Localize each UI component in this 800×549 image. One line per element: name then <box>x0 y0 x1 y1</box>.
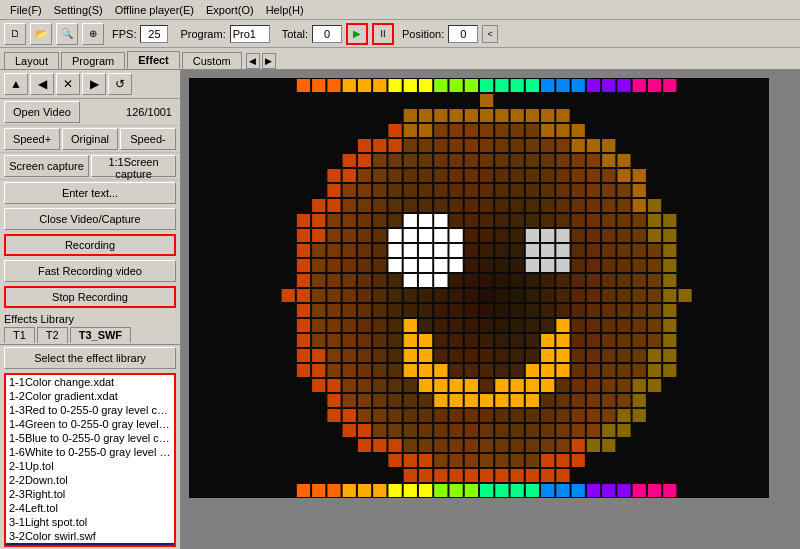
effects-list-item[interactable]: 2-1Up.tol <box>6 459 174 473</box>
tab-layout[interactable]: Layout <box>4 52 59 69</box>
icon-btn-5[interactable]: ↺ <box>108 73 132 95</box>
effects-list-item[interactable]: 1-6White to 0-255-0 gray level chang <box>6 445 174 459</box>
enter-text-button[interactable]: Enter text... <box>4 182 176 204</box>
effects-list-item[interactable]: 2-4Left.tol <box>6 501 174 515</box>
tab-effect[interactable]: Effect <box>127 51 180 69</box>
fps-label: FPS: <box>112 28 136 40</box>
tab-bar: Layout Program Effect Custom ◀ ▶ <box>0 48 800 70</box>
effects-list-item[interactable]: 1-2Color gradient.xdat <box>6 389 174 403</box>
speed-minus-button[interactable]: Speed- <box>120 128 176 150</box>
effects-list-item[interactable]: 3-1Light spot.tol <box>6 515 174 529</box>
icon-row: ▲ ◀ ✕ ▶ ↺ <box>0 70 180 99</box>
open-button[interactable]: 📂 <box>30 23 52 45</box>
effects-list-item[interactable]: 1-3Red to 0-255-0 gray level change. <box>6 403 174 417</box>
effects-list-item[interactable]: 2-3Right.tol <box>6 487 174 501</box>
speed-plus-button[interactable]: Speed+ <box>4 128 60 150</box>
pause-button[interactable]: ⏸ <box>372 23 394 45</box>
icon-btn-4[interactable]: ▶ <box>82 73 106 95</box>
menu-export[interactable]: Export(O) <box>200 3 260 17</box>
close-video-button[interactable]: Close Video/Capture <box>4 208 176 230</box>
menu-bar: File(F) Setting(S) Offline player(E) Exp… <box>0 0 800 20</box>
zoom-button[interactable]: ⊕ <box>82 23 104 45</box>
tab-custom[interactable]: Custom <box>182 52 242 69</box>
effects-tab-t3swf[interactable]: T3_SWF <box>70 327 131 343</box>
effects-tab-t2[interactable]: T2 <box>37 327 68 343</box>
play-button[interactable]: ▶ <box>346 23 368 45</box>
tab-arrow-left[interactable]: ◀ <box>246 53 260 69</box>
open-video-count: 126/1001 <box>122 104 176 120</box>
right-panel <box>181 70 800 549</box>
effects-list-item[interactable]: 3-2Color swirl.swf <box>6 529 174 543</box>
screen-capture-button[interactable]: Screen capture <box>4 155 89 177</box>
fast-recording-button[interactable]: Fast Recording video <box>4 260 176 282</box>
tab-program[interactable]: Program <box>61 52 125 69</box>
effects-library-header: Effects Library <box>0 310 180 326</box>
toolbar: 🗋 📂 🔍 ⊕ FPS: Program: Total: ▶ ⏸ Positio… <box>0 20 800 48</box>
program-label: Program: <box>180 28 225 40</box>
screen-capture-1to1-button[interactable]: 1:1Screen capture <box>91 155 176 177</box>
original-button[interactable]: Original <box>62 128 118 150</box>
icon-btn-2[interactable]: ◀ <box>30 73 54 95</box>
stop-recording-button[interactable]: Stop Recording <box>4 286 176 308</box>
open-video-row: Open Video 126/1001 <box>0 99 180 126</box>
effects-list-item[interactable]: 1-4Green to 0-255-0 gray level chang <box>6 417 174 431</box>
total-input[interactable] <box>312 25 342 43</box>
fps-input[interactable] <box>140 25 168 43</box>
effects-list-item[interactable]: 4-1Planet.swf <box>6 543 174 547</box>
effects-list-item[interactable]: 2-2Down.tol <box>6 473 174 487</box>
recording-button[interactable]: Recording <box>4 234 176 256</box>
effects-list[interactable]: 1-1Color change.xdat1-2Color gradient.xd… <box>4 373 176 547</box>
icon-btn-3[interactable]: ✕ <box>56 73 80 95</box>
left-panel: ▲ ◀ ✕ ▶ ↺ Open Video 126/1001 Speed+ Ori… <box>0 70 181 549</box>
main-layout: ▲ ◀ ✕ ▶ ↺ Open Video 126/1001 Speed+ Ori… <box>0 70 800 549</box>
select-effect-library-button[interactable]: Select the effect library <box>4 347 176 369</box>
effects-tabs: T1 T2 T3_SWF <box>0 326 180 345</box>
open-video-button[interactable]: Open Video <box>4 101 80 123</box>
search-button[interactable]: 🔍 <box>56 23 78 45</box>
menu-offline-player[interactable]: Offline player(E) <box>109 3 200 17</box>
position-input[interactable] <box>448 25 478 43</box>
new-button[interactable]: 🗋 <box>4 23 26 45</box>
menu-file[interactable]: File(F) <box>4 3 48 17</box>
capture-row: Screen capture 1:1Screen capture <box>0 153 180 180</box>
back-arrow-button[interactable]: < <box>482 25 498 43</box>
position-label: Position: <box>402 28 444 40</box>
program-input[interactable] <box>230 25 270 43</box>
effects-list-item[interactable]: 1-5Blue to 0-255-0 gray level change <box>6 431 174 445</box>
menu-help[interactable]: Help(H) <box>260 3 310 17</box>
effects-tab-t1[interactable]: T1 <box>4 327 35 343</box>
effects-list-item[interactable]: 1-1Color change.xdat <box>6 375 174 389</box>
total-label: Total: <box>282 28 308 40</box>
preview-canvas <box>189 78 769 498</box>
menu-setting[interactable]: Setting(S) <box>48 3 109 17</box>
speed-row: Speed+ Original Speed- <box>0 126 180 153</box>
tab-arrow-right[interactable]: ▶ <box>262 53 276 69</box>
icon-btn-1[interactable]: ▲ <box>4 73 28 95</box>
